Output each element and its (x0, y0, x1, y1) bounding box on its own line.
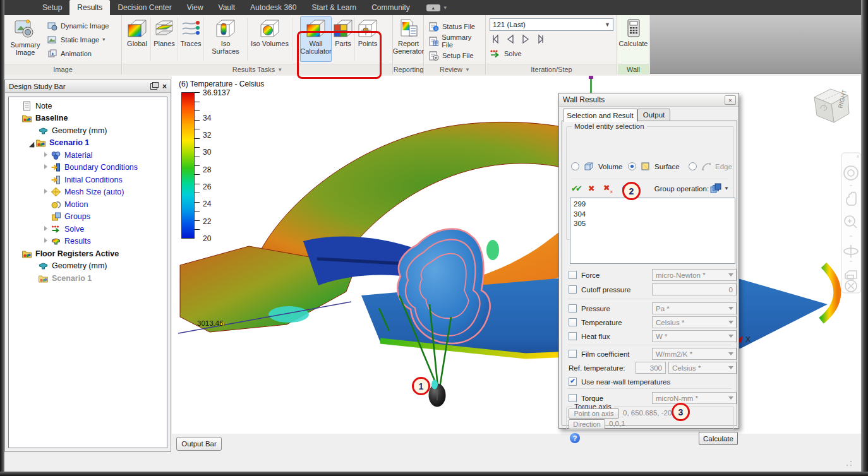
heat-flux-unit-select[interactable]: W * (652, 330, 737, 342)
report-generator-button[interactable]: Report Generator (394, 16, 423, 55)
radio-edge[interactable]: Edge (689, 160, 732, 172)
step-first-button[interactable] (490, 34, 500, 44)
cutoff-pressure-checkbox[interactable] (569, 285, 577, 294)
status-file-button[interactable]: i Status File (428, 21, 483, 32)
setup-file-button[interactable]: Setup File (428, 50, 483, 61)
output-bar-button[interactable]: Output Bar (176, 437, 222, 451)
tree-item-scenario1-baseline[interactable]: Scenario 1 (9, 137, 167, 150)
tree-item-mesh-size[interactable]: Mesh Size (auto) (9, 186, 167, 199)
ref-temperature-unit-select[interactable]: Celsius * (668, 362, 737, 374)
tree-item-baseline[interactable]: Baseline (9, 112, 167, 125)
step-back-button[interactable] (505, 34, 515, 44)
radio-button[interactable] (571, 162, 579, 170)
tree-item-results[interactable]: Results (9, 235, 167, 248)
tab-selection-and-result[interactable]: Selection and Result (563, 109, 637, 122)
near-wall-checkbox[interactable] (569, 378, 577, 386)
calculate-button[interactable]: Calculate (699, 432, 738, 445)
group-operation-control[interactable]: Group operation: ▼ (654, 183, 729, 194)
tree-item-groups[interactable]: Groups (9, 211, 167, 223)
parts-button[interactable]: Parts (332, 16, 354, 62)
static-image-button[interactable]: Static Image ▾ (47, 34, 109, 45)
film-coefficient-checkbox[interactable] (569, 350, 577, 358)
summary-file-button[interactable]: Summary File (428, 35, 483, 46)
group-label-review[interactable]: Review▼ (425, 64, 485, 74)
menu-tab-autodesk-360[interactable]: Autodesk 360 (243, 0, 304, 15)
menu-tab-decision-center[interactable]: Decision Center (110, 0, 179, 15)
tree-item-geometry-baseline[interactable]: Geometry (mm) (9, 124, 167, 137)
iteration-select[interactable]: 121 (Last) ▼ (490, 18, 613, 31)
pressure-checkbox[interactable] (569, 304, 577, 312)
tree-item-geometry-floor[interactable]: Geometry (mm) (9, 260, 167, 273)
navbar-close-icon[interactable]: x (857, 153, 859, 159)
step-last-button[interactable] (536, 34, 546, 44)
force-unit-select[interactable]: micro-Newton * (652, 269, 737, 281)
temperature-unit-select[interactable]: Celsius * (652, 316, 737, 328)
remove-all-icon[interactable]: ✖x (603, 183, 613, 194)
tree-item-motion[interactable]: Motion (9, 198, 167, 211)
tree-item-boundary-conditions[interactable]: Boundary Conditions (9, 162, 167, 174)
heat-flux-checkbox[interactable] (569, 332, 577, 340)
menu-tab-start-learn[interactable]: Start & Learn (304, 0, 364, 15)
surface-selection-list[interactable]: 299 304 305 (570, 198, 735, 264)
iso-volumes-button[interactable]: Iso Volumes (248, 16, 292, 62)
torque-unit-select[interactable]: microN-mm * (652, 392, 737, 404)
ribbon-options-button[interactable]: ▲ ▼ (426, 0, 448, 15)
radio-surface[interactable]: Surface (628, 160, 680, 172)
tree-collapsed-arrow[interactable] (43, 226, 49, 232)
menu-tab-results[interactable]: Results (69, 0, 110, 15)
list-item[interactable]: 304 (574, 210, 732, 220)
pressure-unit-select[interactable]: Pa * (652, 302, 737, 314)
menu-tab-setup[interactable]: Setup (35, 0, 69, 15)
tree-item-material[interactable]: Material (9, 149, 167, 162)
ref-temperature-input[interactable]: 300 (636, 362, 666, 374)
planes-button[interactable]: Planes (151, 16, 178, 62)
point-on-axis-button[interactable]: Point on axis (569, 408, 619, 419)
remove-selection-icon[interactable]: ✖ (588, 184, 595, 193)
apply-selection-icon[interactable]: ✔✔ (571, 184, 580, 193)
menu-tab-community[interactable]: Community (364, 0, 418, 15)
tree-item-scenario1-floor[interactable]: Scenario 1 (9, 272, 167, 285)
tree-collapsed-arrow[interactable] (43, 238, 49, 244)
tree-item-solve[interactable]: Solve (9, 223, 167, 235)
float-panel-icon[interactable] (150, 83, 157, 90)
radio-button-selected[interactable] (628, 162, 636, 170)
dynamic-image-button[interactable]: Dynamic Image (47, 20, 109, 31)
view-cube[interactable]: RIGHT (808, 85, 853, 131)
tree-collapsed-arrow[interactable] (43, 152, 49, 158)
calculate-ribbon-button[interactable]: Calculate (619, 16, 648, 47)
iso-surfaces-button[interactable]: Iso Surfaces (204, 16, 247, 62)
solve-button[interactable]: Solve (490, 48, 613, 59)
tree-item-floor-registers-active[interactable]: Floor Registers Active (9, 247, 167, 260)
radio-volume[interactable]: Volume (571, 160, 622, 172)
menu-tab-vault[interactable]: Vault (211, 0, 243, 15)
cutoff-pressure-input[interactable]: 0 (652, 283, 737, 295)
temperature-checkbox[interactable] (569, 318, 577, 326)
help-icon[interactable]: ? (570, 433, 580, 443)
step-forward-button[interactable] (521, 34, 531, 44)
torque-checkbox[interactable] (569, 394, 577, 402)
tree-collapsed-arrow[interactable] (43, 189, 49, 195)
tab-output[interactable]: Output (637, 109, 670, 121)
dialog-title-bar[interactable]: Wall Results (559, 93, 738, 107)
summary-image-button[interactable]: Summary Image (6, 16, 45, 56)
force-checkbox[interactable] (569, 271, 577, 279)
tree-item-initial-conditions[interactable]: Initial Conditions (9, 174, 167, 186)
points-button[interactable]: Points (355, 16, 380, 62)
tree-item-note[interactable]: Note (9, 100, 167, 112)
close-panel-icon[interactable]: × (162, 82, 167, 91)
traces-button[interactable]: Traces (178, 16, 203, 62)
list-item[interactable]: 299 (574, 200, 732, 210)
tree-collapsed-arrow[interactable] (43, 164, 49, 170)
animation-button[interactable]: Animation (47, 48, 109, 59)
list-item[interactable]: 305 (574, 220, 732, 230)
dialog-close-button[interactable]: × (725, 95, 736, 105)
resize-grip[interactable] (846, 460, 852, 467)
direction-button[interactable]: Direction (569, 419, 605, 429)
tree-expanded-arrow[interactable] (28, 140, 34, 146)
menu-tab-view[interactable]: View (179, 0, 211, 15)
refresh-icon[interactable] (621, 184, 630, 193)
viewport-3d[interactable]: 3013.45 X (6) Temperature - Celsius (172, 76, 865, 434)
global-button[interactable]: Global (124, 16, 150, 62)
navigation-bar[interactable]: x (841, 150, 862, 295)
wall-calculator-button[interactable]: Wall Calculator (300, 16, 332, 62)
